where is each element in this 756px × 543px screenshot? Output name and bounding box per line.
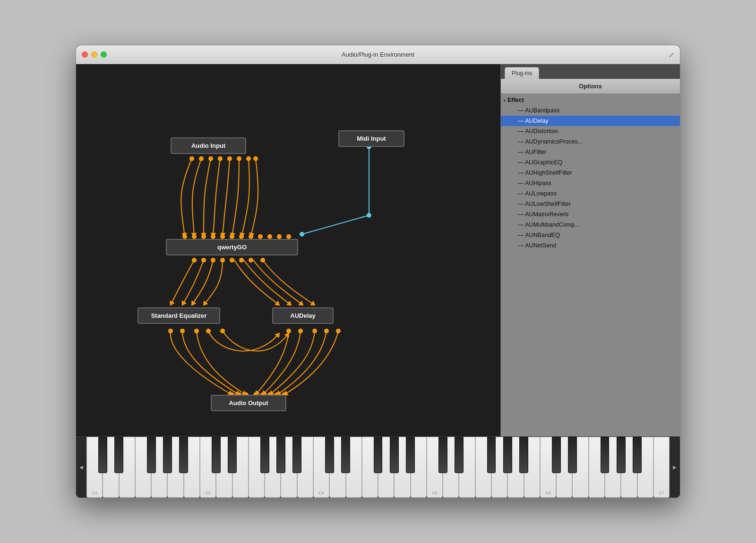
- black-key[interactable]: [276, 437, 285, 473]
- svg-point-0: [189, 156, 194, 161]
- audelay-node[interactable]: AUDelay: [272, 307, 334, 324]
- svg-point-26: [249, 258, 253, 263]
- svg-point-29: [180, 329, 185, 333]
- svg-point-23: [220, 258, 225, 263]
- svg-point-33: [286, 329, 291, 333]
- keyboard-area: ◀ C2C3C4C5C6C7 ▶: [76, 436, 680, 498]
- list-item[interactable]: — AUBandpass: [501, 105, 680, 116]
- list-item[interactable]: — AULowShelfFilter: [501, 199, 680, 209]
- svg-point-1: [199, 156, 204, 161]
- svg-point-48: [300, 232, 304, 237]
- list-item[interactable]: — AUNetSend: [501, 240, 680, 251]
- black-key[interactable]: [341, 437, 350, 473]
- svg-point-5: [237, 156, 241, 161]
- standard-equalizer-node[interactable]: Standard Equalizer: [137, 307, 220, 324]
- svg-point-22: [211, 258, 215, 263]
- svg-point-28: [168, 329, 173, 333]
- list-item[interactable]: — AUNBandEQ: [501, 230, 680, 240]
- white-key-c7[interactable]: C7: [653, 437, 670, 498]
- titlebar: Audio/Plug-in Environment ⤢: [76, 45, 680, 64]
- list-item[interactable]: — AUMatrixReverb: [501, 209, 680, 220]
- svg-point-27: [260, 258, 265, 263]
- black-key[interactable]: [179, 437, 188, 473]
- svg-point-24: [230, 258, 234, 263]
- svg-point-21: [201, 258, 206, 263]
- svg-point-18: [277, 234, 282, 239]
- list-item[interactable]: — AUFilter: [501, 147, 680, 157]
- keyboard-wrapper: C2C3C4C5C6C7: [86, 437, 670, 498]
- main-content: Audio Input Midi Input qwertyGO Standard…: [76, 64, 680, 436]
- list-item[interactable]: — AUHipass: [501, 178, 680, 188]
- midi-input-node[interactable]: Midi Input: [338, 130, 404, 147]
- svg-point-16: [258, 234, 263, 239]
- black-key[interactable]: [114, 437, 123, 473]
- audio-output-node[interactable]: Audio Output: [211, 395, 286, 411]
- black-key[interactable]: [374, 437, 383, 473]
- minimize-button[interactable]: [91, 51, 97, 58]
- list-item[interactable]: — AUDistortion: [501, 126, 680, 136]
- traffic-lights: [82, 51, 107, 58]
- black-key[interactable]: [147, 437, 156, 473]
- svg-point-11: [211, 234, 215, 239]
- list-item[interactable]: — AUDynamicsProces...: [501, 136, 680, 147]
- black-key[interactable]: [292, 437, 301, 473]
- canvas-area[interactable]: Audio Input Midi Input qwertyGO Standard…: [76, 64, 500, 436]
- svg-point-37: [336, 329, 341, 333]
- svg-point-25: [239, 258, 244, 263]
- svg-point-36: [324, 329, 329, 333]
- list-item[interactable]: — AUGraphicEQ: [501, 157, 680, 168]
- svg-point-14: [239, 234, 244, 239]
- black-key[interactable]: [455, 437, 464, 473]
- black-key[interactable]: [325, 437, 334, 473]
- audio-input-node[interactable]: Audio Input: [171, 137, 246, 154]
- black-key[interactable]: [503, 437, 512, 473]
- list-item[interactable]: — AULowpass: [501, 188, 680, 199]
- main-window: Audio/Plug-in Environment ⤢: [76, 45, 680, 498]
- sidebar: Plug-ins Options ▪Effect — AUBandpass — …: [500, 64, 680, 436]
- maximize-button[interactable]: [101, 51, 107, 58]
- svg-point-3: [218, 156, 223, 161]
- black-key[interactable]: [212, 437, 221, 473]
- svg-point-9: [192, 234, 197, 239]
- options-header: Options: [501, 79, 680, 94]
- keyboard-left-arrow[interactable]: ◀: [76, 437, 86, 498]
- black-key[interactable]: [487, 437, 496, 473]
- black-key[interactable]: [633, 437, 642, 473]
- svg-point-2: [208, 156, 213, 161]
- svg-point-4: [227, 156, 232, 161]
- svg-point-20: [192, 258, 197, 263]
- qwertygo-node[interactable]: qwertyGO: [166, 239, 298, 255]
- window-title: Audio/Plug-in Environment: [342, 51, 414, 58]
- black-key[interactable]: [438, 437, 447, 473]
- black-key[interactable]: [390, 437, 399, 473]
- svg-point-47: [367, 213, 371, 218]
- black-key[interactable]: [98, 437, 107, 473]
- svg-point-31: [206, 329, 211, 333]
- sidebar-tabs: Plug-ins: [501, 64, 680, 79]
- svg-point-7: [253, 156, 258, 161]
- svg-point-32: [220, 329, 225, 333]
- black-key[interactable]: [260, 437, 269, 473]
- list-item-audelay[interactable]: — AUDelay: [501, 116, 680, 126]
- black-key[interactable]: [601, 437, 610, 473]
- black-key[interactable]: [163, 437, 172, 473]
- close-button[interactable]: [82, 51, 88, 58]
- list-item[interactable]: — AUHighShelfFilter: [501, 168, 680, 178]
- keyboard-right-arrow[interactable]: ▶: [670, 437, 680, 498]
- svg-point-8: [182, 234, 187, 239]
- black-key[interactable]: [552, 437, 561, 473]
- svg-point-17: [267, 234, 272, 239]
- black-key[interactable]: [617, 437, 626, 473]
- black-key[interactable]: [519, 437, 528, 473]
- plugins-tab[interactable]: Plug-ins: [505, 67, 539, 79]
- svg-point-10: [201, 234, 206, 239]
- black-key[interactable]: [568, 437, 577, 473]
- sidebar-list[interactable]: ▪Effect — AUBandpass — AUDelay — AUDisto…: [501, 94, 680, 436]
- black-key[interactable]: [228, 437, 237, 473]
- black-key[interactable]: [406, 437, 415, 473]
- svg-point-30: [194, 329, 199, 333]
- svg-point-34: [298, 329, 303, 333]
- svg-point-15: [249, 234, 253, 239]
- list-item[interactable]: — AUMultibandComp...: [501, 220, 680, 230]
- expand-icon[interactable]: ⤢: [669, 51, 674, 59]
